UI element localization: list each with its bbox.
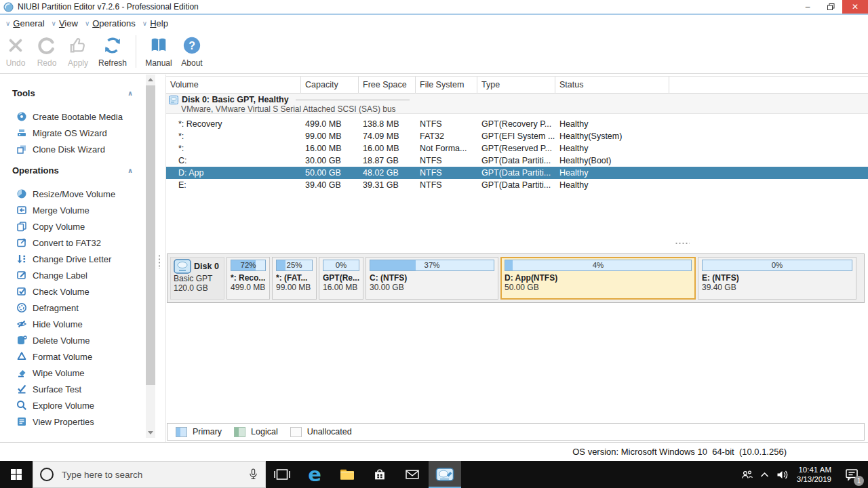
menu-bar: ∨General ∨View ∨Operations ∨Help bbox=[0, 15, 868, 31]
column-header-type[interactable]: Type bbox=[477, 77, 555, 94]
show-hidden-icons-chevron[interactable] bbox=[756, 461, 774, 488]
table-row-d-selected[interactable]: D: App50.00 GB48.02 GBNTFSGPT(Data Parti… bbox=[166, 167, 868, 179]
column-header-status[interactable]: Status bbox=[555, 77, 669, 94]
scroll-up-arrow[interactable] bbox=[146, 75, 155, 85]
sidebar-item-wipe-volume[interactable]: Wipe Volume bbox=[16, 366, 85, 380]
format-volume-icon bbox=[16, 351, 27, 362]
sidebar-item-check-volume[interactable]: Check Volume bbox=[16, 285, 90, 298]
scroll-down-arrow[interactable] bbox=[146, 428, 155, 438]
disk-group-row[interactable]: Disk 0: Basic GPT, Healthy VMware, VMwar… bbox=[166, 94, 868, 114]
vertical-splitter-handle[interactable] bbox=[158, 254, 161, 269]
table-row-reserved[interactable]: *:16.00 MB16.00 MBNot Forma...GPT(Reserv… bbox=[166, 142, 868, 155]
scrollbar-thumb[interactable] bbox=[146, 85, 155, 385]
os-version-text: OS version: Microsoft Windows 10 64-bit … bbox=[572, 447, 787, 457]
horizontal-splitter-handle[interactable] bbox=[675, 242, 690, 244]
refresh-icon bbox=[102, 35, 123, 56]
disk-drive-icon bbox=[174, 259, 191, 274]
people-icon[interactable] bbox=[738, 461, 756, 488]
taskbar-file-explorer-button[interactable] bbox=[331, 461, 363, 488]
sidebar-item-merge-volume[interactable]: Merge Volume bbox=[16, 203, 90, 217]
minimize-button[interactable]: – bbox=[796, 0, 819, 14]
task-view-button[interactable] bbox=[266, 461, 298, 488]
sidebar-item-view-properties[interactable]: View Properties bbox=[16, 415, 94, 428]
clock-date: 3/13/2019 bbox=[797, 474, 831, 484]
menu-general[interactable]: ∨General bbox=[5, 18, 45, 28]
sidebar-item-create-bootable-media[interactable]: Create Bootable Media bbox=[16, 110, 123, 123]
close-button[interactable]: ✕ bbox=[842, 0, 868, 14]
redo-button[interactable]: Redo bbox=[31, 35, 62, 68]
column-header-volume[interactable]: Volume bbox=[166, 77, 301, 94]
status-bar: OS version: Microsoft Windows 10 64-bit … bbox=[0, 442, 868, 461]
notification-badge: 1 bbox=[854, 476, 864, 486]
start-button[interactable] bbox=[0, 461, 33, 488]
disk-info-block[interactable]: Disk 0 Basic GPT 120.0 GB bbox=[170, 257, 224, 300]
usage-bar: 72% bbox=[231, 260, 266, 271]
taskbar-mail-button[interactable] bbox=[396, 461, 429, 488]
sidebar-scrollbar[interactable] bbox=[146, 75, 155, 438]
volume-speaker-icon[interactable] bbox=[774, 461, 791, 488]
sidebar-section-operations[interactable]: Operations ∧ bbox=[0, 165, 145, 176]
partition-block-recovery[interactable]: 72% *: Reco... 499.0 MB bbox=[226, 257, 270, 300]
bootable-media-icon bbox=[16, 111, 27, 122]
search-input[interactable]: Type here to search bbox=[33, 461, 266, 488]
sidebar-item-explore-volume[interactable]: Explore Volume bbox=[16, 399, 94, 412]
primary-swatch-icon bbox=[176, 427, 187, 437]
undo-button[interactable]: Undo bbox=[0, 35, 31, 68]
sidebar-item-defragment[interactable]: Defragment bbox=[16, 301, 79, 314]
sidebar-item-copy-volume[interactable]: Copy Volume bbox=[16, 220, 85, 233]
sidebar-item-resize-move-volume[interactable]: Resize/Move Volume bbox=[16, 187, 115, 201]
surface-test-icon bbox=[16, 384, 27, 394]
menu-help[interactable]: ∨Help bbox=[142, 18, 168, 28]
taskbar-niubi-button[interactable] bbox=[429, 461, 461, 488]
manual-button[interactable]: Manual bbox=[142, 35, 176, 68]
table-row-recovery[interactable]: *: Recovery499.0 MB138.8 MBNTFSGPT(Recov… bbox=[166, 118, 868, 130]
group-divider-line bbox=[296, 100, 410, 100]
column-header-free-space[interactable]: Free Space bbox=[359, 77, 416, 94]
sidebar-item-format-volume[interactable]: Format Volume bbox=[16, 350, 92, 363]
sidebar-item-convert-to-fat32[interactable]: Convert to FAT32 bbox=[16, 236, 101, 249]
partition-block-c[interactable]: 37% C: (NTFS) 30.00 GB bbox=[366, 257, 498, 300]
partition-block-e[interactable]: 0% E: (NTFS) 39.40 GB bbox=[698, 257, 856, 300]
sidebar-item-migrate-os-wizard[interactable]: Migrate OS Wizard bbox=[16, 126, 107, 140]
refresh-button[interactable]: Refresh bbox=[94, 35, 132, 68]
mail-icon bbox=[405, 468, 420, 481]
microphone-icon[interactable] bbox=[248, 468, 258, 481]
apply-button[interactable]: Apply bbox=[62, 35, 94, 68]
toolbar: Undo Redo Apply Refresh Manual ? About bbox=[0, 31, 868, 74]
menu-operations[interactable]: ∨Operations bbox=[85, 18, 136, 28]
chevron-down-icon: ∨ bbox=[52, 20, 56, 27]
partition-block-efi[interactable]: 25% *: (FAT... 99.00 MB bbox=[272, 257, 317, 300]
table-row-efi[interactable]: *:99.00 MB74.09 MBFAT32GPT(EFI System ..… bbox=[166, 130, 868, 142]
table-row-e[interactable]: E:39.40 GB39.31 GBNTFSGPT(Data Partiti..… bbox=[166, 179, 868, 191]
chevron-down-icon: ∨ bbox=[5, 20, 10, 27]
restore-button[interactable] bbox=[819, 0, 842, 14]
windows-logo-icon bbox=[11, 469, 22, 480]
usage-bar: 37% bbox=[370, 260, 494, 271]
column-header-file-system[interactable]: File System bbox=[416, 77, 477, 94]
sidebar-item-clone-disk-wizard[interactable]: Clone Disk Wizard bbox=[16, 142, 105, 156]
taskbar-store-button[interactable] bbox=[363, 461, 396, 488]
legend-logical: Logical bbox=[234, 427, 278, 437]
about-button[interactable]: ? About bbox=[176, 35, 208, 68]
taskbar-edge-button[interactable]: e bbox=[298, 461, 331, 488]
action-center-button[interactable]: 1 bbox=[838, 461, 865, 488]
table-row-c[interactable]: C:30.00 GB18.87 GBNTFSGPT(Data Partiti..… bbox=[166, 155, 868, 167]
sidebar-item-surface-test[interactable]: Surface Test bbox=[16, 382, 81, 396]
sidebar-item-change-label[interactable]: Change Label bbox=[16, 268, 87, 282]
manual-book-icon bbox=[149, 35, 169, 56]
sidebar-item-delete-volume[interactable]: Delete Volume bbox=[16, 333, 90, 347]
partition-block-d-selected[interactable]: 4% D: App(NTFS) 50.00 GB bbox=[500, 257, 696, 300]
sidebar-item-change-drive-letter[interactable]: Change Drive Letter bbox=[16, 252, 111, 266]
sidebar-section-tools[interactable]: Tools ∧ bbox=[0, 88, 145, 98]
column-header-capacity[interactable]: Capacity bbox=[301, 77, 359, 94]
store-icon bbox=[372, 467, 387, 482]
partition-block-reserved[interactable]: 0% GPT(Re... 16.00 MB bbox=[319, 257, 363, 300]
menu-view[interactable]: ∨View bbox=[52, 18, 78, 28]
sidebar-item-hide-volume[interactable]: Hide Volume bbox=[16, 317, 83, 331]
clone-disk-icon bbox=[16, 144, 27, 155]
resize-move-icon bbox=[16, 188, 27, 199]
taskbar-clock[interactable]: 10:41 AM 3/13/2019 bbox=[797, 465, 831, 484]
legend-bar: Primary Logical Unallocated bbox=[167, 423, 865, 441]
legend-unallocated: Unallocated bbox=[290, 427, 352, 437]
window-title: NIUBI Partition Editor v7.2.6 - Professi… bbox=[18, 2, 199, 12]
